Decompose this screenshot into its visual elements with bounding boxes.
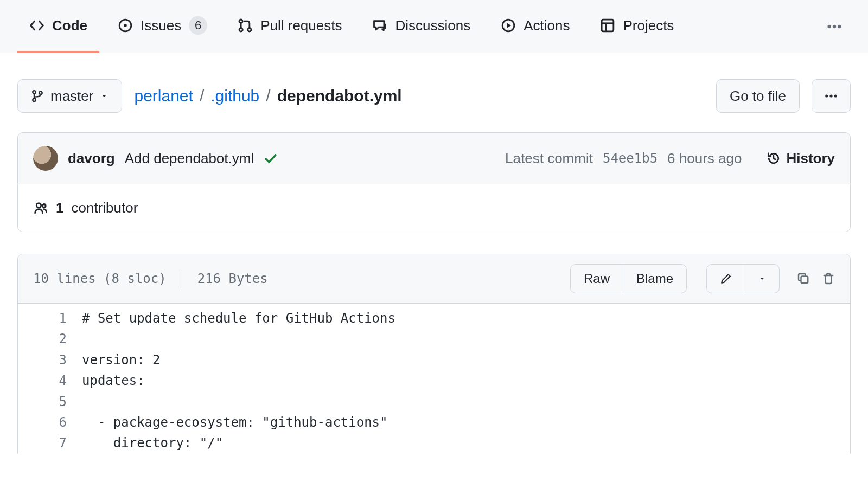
line-number[interactable]: 4: [18, 370, 82, 391]
breadcrumb-sep: /: [196, 87, 207, 105]
edit-button[interactable]: [706, 264, 745, 293]
edit-dropdown-button[interactable]: [745, 264, 780, 293]
tab-actions[interactable]: Actions: [489, 0, 582, 53]
file-actions-overflow-button[interactable]: [812, 79, 851, 113]
code-line: 4updates:: [18, 370, 850, 391]
branch-select-button[interactable]: master: [17, 79, 122, 113]
contributors-label: contributor: [71, 200, 138, 216]
svg-point-11: [833, 24, 836, 28]
raw-button[interactable]: Raw: [570, 264, 623, 293]
code-line: 7 directory: "/": [18, 433, 850, 453]
code-line: 1# Set update schedule for GitHub Action…: [18, 308, 850, 329]
issue-icon: [118, 18, 133, 33]
caret-down-icon: [758, 275, 766, 282]
line-number[interactable]: 6: [18, 412, 82, 433]
tab-actions-label: Actions: [524, 17, 570, 34]
line-number[interactable]: 5: [18, 391, 82, 412]
pencil-icon: [720, 273, 732, 285]
blob-stats-bytes: 216 Bytes: [197, 271, 268, 286]
blame-label: Blame: [636, 271, 673, 286]
line-number[interactable]: 3: [18, 350, 82, 370]
line-number[interactable]: 2: [18, 329, 82, 349]
tab-pulls-label: Pull requests: [260, 17, 342, 34]
code-area: 1# Set update schedule for GitHub Action…: [18, 304, 850, 454]
tab-code[interactable]: Code: [17, 0, 99, 53]
issues-count-badge: 6: [189, 16, 207, 35]
svg-point-12: [838, 24, 841, 28]
svg-rect-21: [801, 277, 808, 284]
tab-projects[interactable]: Projects: [588, 0, 686, 53]
commit-author[interactable]: davorg: [68, 150, 115, 167]
line-number[interactable]: 7: [18, 433, 82, 453]
svg-point-10: [827, 24, 831, 28]
code-icon: [29, 18, 44, 33]
tabs-overflow-button[interactable]: [818, 10, 851, 43]
copy-icon[interactable]: [797, 272, 810, 285]
repo-tabs: Code Issues 6 Pull requests Discussions …: [0, 0, 868, 53]
history-icon: [767, 151, 781, 165]
commit-header: davorg Add dependabot.yml Latest commit …: [18, 133, 850, 184]
tab-pull-requests[interactable]: Pull requests: [226, 0, 354, 53]
edit-group: [706, 264, 780, 293]
line-number[interactable]: 1: [18, 308, 82, 329]
line-content: - package-ecosystem: "github-actions": [82, 412, 388, 433]
branch-name: master: [50, 88, 93, 105]
breadcrumb-root[interactable]: perlanet: [134, 87, 193, 105]
pull-request-icon: [238, 18, 253, 33]
breadcrumb: perlanet / .github / dependabot.yml: [134, 87, 401, 105]
svg-point-16: [825, 94, 828, 97]
line-content: directory: "/": [82, 433, 223, 453]
raw-label: Raw: [584, 271, 610, 286]
discussions-icon: [372, 18, 387, 33]
tab-issues[interactable]: Issues 6: [106, 0, 219, 53]
blob-box: 10 lines (8 sloc) 216 Bytes Raw Blame: [17, 254, 851, 454]
svg-marker-6: [507, 23, 512, 28]
tab-discussions-label: Discussions: [395, 17, 470, 34]
history-label: History: [786, 150, 835, 167]
tab-code-label: Code: [52, 17, 87, 34]
code-line: 6 - package-ecosystem: "github-actions": [18, 412, 850, 433]
commit-when[interactable]: 6 hours ago: [667, 150, 742, 167]
history-link[interactable]: History: [767, 150, 835, 167]
blob-toolbar-icons: [797, 272, 835, 285]
divider: [182, 269, 182, 288]
tab-projects-label: Projects: [623, 17, 674, 34]
projects-icon: [600, 18, 615, 33]
commit-sha[interactable]: 54ee1b5: [603, 151, 658, 166]
caret-down-icon: [100, 92, 108, 100]
svg-point-1: [124, 24, 127, 27]
line-content: # Set update schedule for GitHub Actions: [82, 308, 395, 329]
trash-icon[interactable]: [822, 272, 835, 285]
code-line: 3version: 2: [18, 350, 850, 370]
blob-header: 10 lines (8 sloc) 216 Bytes Raw Blame: [18, 254, 850, 304]
breadcrumb-file: dependabot.yml: [277, 87, 402, 105]
svg-point-20: [42, 204, 46, 207]
svg-rect-7: [602, 20, 614, 31]
path-row: master perlanet / .github / dependabot.y…: [17, 79, 851, 113]
svg-point-17: [829, 94, 832, 97]
code-line: 5: [18, 391, 850, 412]
blob-stats-lines: 10 lines (8 sloc): [33, 271, 167, 286]
branch-icon: [31, 89, 44, 102]
people-icon: [33, 201, 48, 216]
commit-message[interactable]: Add dependabot.yml: [125, 150, 254, 167]
go-to-file-button[interactable]: Go to file: [716, 79, 800, 113]
contributors-row[interactable]: 1 contributor: [18, 184, 850, 232]
blame-button[interactable]: Blame: [623, 264, 687, 293]
line-content: version: 2: [82, 350, 161, 370]
svg-point-18: [834, 94, 837, 97]
tab-discussions[interactable]: Discussions: [360, 0, 482, 53]
actions-icon: [501, 18, 516, 33]
commit-box: davorg Add dependabot.yml Latest commit …: [17, 132, 851, 232]
status-check-icon[interactable]: [264, 151, 278, 165]
breadcrumb-sep: /: [263, 87, 273, 105]
breadcrumb-dir[interactable]: .github: [210, 87, 259, 105]
contributors-count: 1: [56, 200, 63, 216]
latest-commit-label: Latest commit: [505, 150, 593, 167]
tab-issues-label: Issues: [141, 17, 181, 34]
line-content: updates:: [82, 370, 145, 391]
go-to-file-label: Go to file: [730, 88, 786, 105]
avatar[interactable]: [33, 146, 58, 171]
raw-blame-group: Raw Blame: [570, 264, 687, 293]
svg-point-19: [36, 203, 41, 207]
